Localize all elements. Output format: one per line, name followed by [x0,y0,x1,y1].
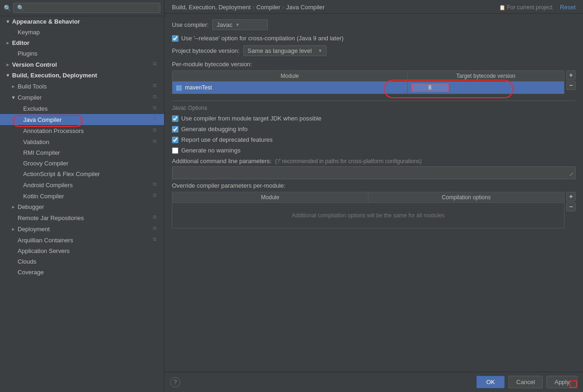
bytecode-version-label: Project bytecode version: [172,47,240,54]
bytecode-version-input[interactable] [412,83,449,92]
content-header: Build, Execution, Deployment › Compiler … [165,0,583,14]
sidebar-item-label: Kotlin Compiler [23,193,151,200]
javac-checkbox1[interactable] [172,115,178,122]
javac-checkbox3[interactable] [172,137,178,143]
cmdline-input[interactable] [172,166,576,179]
sidebar-item-plugins[interactable]: Plugins [0,48,164,59]
sidebar-item-debugger[interactable]: ►Debugger [0,202,164,212]
javac-checkbox2-row: Generate debugging info [172,126,576,133]
sidebar-item-rmi-compiler[interactable]: RMI Compiler [0,147,164,158]
sidebar-item-kotlin-compiler[interactable]: Kotlin Compiler⧉ [0,190,164,202]
content-panel: Build, Execution, Deployment › Compiler … [165,0,583,392]
sidebar-item-label: Deployment [18,226,151,233]
search-icon: 🔍 [4,5,11,12]
table-row[interactable]: mavenTest [172,82,564,94]
remove-module-button[interactable]: − [566,81,576,90]
main-layout: 🔍 ▼Appearance & Behavior Keymap►Editor P… [0,0,583,392]
copy-icon: ⧉ [153,105,160,112]
javac-checkbox4[interactable] [172,147,178,154]
sidebar-item-label: Editor [12,39,160,46]
breadcrumb-sep1: › [253,4,254,11]
copy-icon: ⧉ [153,192,160,200]
sidebar-item-editor[interactable]: ►Editor [0,38,164,48]
override-table: Module Compilation options Additional co… [172,192,564,228]
module-name: mavenTest [185,84,212,91]
sidebar-item-label: Excludes [23,105,151,112]
javac-checkbox1-label: Use compiler from module target JDK when… [181,115,322,122]
bytecode-version-cell [407,82,564,94]
sidebar-item-label: Build Tools [18,83,151,90]
sidebar-item-excludes[interactable]: Excludes⧉ [0,103,164,114]
remove-override-button[interactable]: − [566,202,576,211]
sidebar-item-label: Coverage [18,269,160,276]
override-table-wrapper: Module Compilation options Additional co… [172,192,576,228]
cmdline-label-row: Additional command line parameters: ('/'… [172,158,576,164]
cmdline-hint: ('/' recommended in paths for cross-plat… [275,158,422,164]
use-compiler-row: Use compiler: Javac ▼ [172,19,576,30]
help-button[interactable]: ? [170,377,180,387]
sidebar-item-application-servers[interactable]: Application Servers [0,246,164,256]
javac-checkbox4-row: Generate no warnings [172,147,576,154]
sidebar-item-label: Java Compiler [23,116,151,123]
bytecode-version-dropdown[interactable]: Same as language level ▼ [243,45,327,56]
sidebar-item-java-compiler[interactable]: Java Compiler⧉ [0,114,164,125]
arrow-icon: ▼ [6,19,12,24]
arrow-icon: ► [6,62,12,67]
sidebar-item-label: ActionScript & Flex Compiler [23,171,160,177]
breadcrumb-part2: Compiler [256,4,280,11]
sidebar-item-deployment[interactable]: ►Deployment⧉ [0,223,164,234]
override-label: Override compiler parameters per-module: [172,182,576,189]
sidebar-item-label: Appearance & Behavior [12,18,160,25]
cmdline-label: Additional command line parameters: [172,158,272,164]
sidebar-item-coverage[interactable]: Coverage [0,267,164,278]
sidebar-item-label: Debugger [18,203,160,210]
reset-link[interactable]: Reset [560,4,576,11]
sidebar-item-android-compilers[interactable]: Android Compilers⧉ [0,179,164,190]
sidebar: 🔍 ▼Appearance & Behavior Keymap►Editor P… [0,0,165,392]
sidebar-item-arquillian[interactable]: Arquillian Containers⧉ [0,234,164,246]
sidebar-item-label: Plugins [18,50,160,57]
ok-button[interactable]: OK [476,376,505,388]
sidebar-item-clouds[interactable]: Clouds [0,256,164,267]
sidebar-item-version-control[interactable]: ►Version Control⧉ [0,59,164,70]
sidebar-item-label: Version Control [12,61,151,68]
sidebar-item-compiler[interactable]: ▼Compiler⧉ [0,92,164,103]
javac-checkbox3-row: Report use of deprecated features [172,136,576,143]
per-module-label: Per-module bytecode version: [172,61,576,68]
sidebar-item-keymap[interactable]: Keymap [0,27,164,38]
copy-icon: ⧉ [153,127,160,134]
breadcrumb-part3: Java Compiler [286,4,325,11]
sidebar-item-remote-jar[interactable]: Remote Jar Repositories⧉ [0,212,164,223]
copy-icon: ⧉ [153,82,160,90]
search-input[interactable] [13,3,160,13]
action-buttons: OK Cancel Apply [476,376,577,388]
javac-checkbox2[interactable] [172,126,178,133]
sidebar-item-label: Arquillian Containers [18,237,151,244]
sidebar-item-actionscript-flex[interactable]: ActionScript & Flex Compiler [0,169,164,179]
expand-icon[interactable]: ⤢ [569,171,574,177]
sidebar-item-label: Compiler [18,94,151,101]
module-table-wrapper: Module Target bytecode version mavenTest [172,70,576,95]
copy-icon: ⧉ [153,116,160,123]
copy-icon: ⧉ [153,181,160,189]
sidebar-item-build-execution[interactable]: ▼Build, Execution, Deployment [0,70,164,81]
apply-red-corner [570,380,577,388]
add-module-button[interactable]: + [566,70,576,80]
cmdline-input-wrapper: ⤢ [172,166,576,179]
javac-checkbox3-label: Report use of deprecated features [181,136,272,143]
cancel-button[interactable]: Cancel [508,376,543,388]
use-compiler-value: Javac [216,21,232,28]
add-override-button[interactable]: + [566,192,576,201]
sidebar-item-annotation-processors[interactable]: Annotation Processors⧉ [0,125,164,136]
release-option-checkbox[interactable] [172,35,178,42]
sidebar-item-validation[interactable]: Validation⧉ [0,136,164,147]
use-compiler-dropdown[interactable]: Javac ▼ [212,19,268,30]
apply-button[interactable]: Apply [546,376,577,388]
sidebar-item-groovy-compiler[interactable]: Groovy Compiler [0,158,164,169]
copy-icon: ⧉ [153,225,160,233]
sidebar-item-build-tools[interactable]: ►Build Tools⧉ [0,81,164,92]
sidebar-item-appearance-behavior[interactable]: ▼Appearance & Behavior [0,16,164,27]
sidebar-item-label: Remote Jar Repositories [18,215,151,221]
copy-icon: ⧉ [153,61,160,68]
override-module-col: Module [172,192,368,203]
